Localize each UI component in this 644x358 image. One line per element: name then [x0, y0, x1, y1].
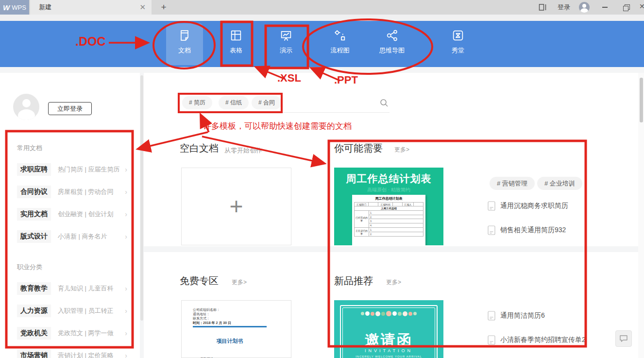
- template-list-item[interactable]: 销售相关通用简历932: [488, 225, 566, 235]
- flower-garland: [334, 311, 443, 316]
- main-scrollbar-thumb[interactable]: [640, 78, 643, 122]
- category-label: 合同协议: [17, 186, 51, 198]
- category-group-header: 常用文档: [17, 144, 42, 153]
- chevron-right-icon: ›: [125, 307, 127, 315]
- app-item-flowchart[interactable]: 流程图: [322, 23, 358, 65]
- sidebar-item-hr[interactable]: 人力资源 入职管理 | 员工转正 ›: [0, 304, 140, 318]
- minimize-button[interactable]: [598, 2, 611, 12]
- doc-file-icon: [488, 225, 495, 235]
- paper-divider: [193, 326, 267, 327]
- category-sublabel: 创业融资 | 创业计划: [58, 210, 114, 219]
- sidebar-scrollbar[interactable]: [140, 75, 143, 321]
- search-tag-letterhead[interactable]: # 信纸: [219, 96, 249, 109]
- chevron-right-icon: ›: [125, 352, 127, 358]
- tab-label: 新建: [39, 3, 51, 12]
- search-icon[interactable]: [379, 98, 389, 110]
- more-link-may-need[interactable]: 更多>: [394, 146, 409, 154]
- category-sublabel: 小清新 | 商务名片: [58, 232, 107, 241]
- template-subtitle: 高端原创 · 精致简约: [334, 187, 443, 193]
- sidebar-item-marketing[interactable]: 市场营销 营销计划 | 定价策略 ›: [0, 348, 140, 358]
- invitation-note: INCERELY WELCOME YOUR ARRIVAL: [334, 355, 443, 358]
- tab-close-icon[interactable]: ✕: [139, 3, 146, 12]
- mindmap-icon: [385, 29, 399, 42]
- app-item-label: 流程图: [331, 46, 350, 55]
- topic-tag-marketing[interactable]: # 营销管理: [490, 177, 535, 190]
- template-list-item[interactable]: 通用沉稳商务求职简历: [488, 201, 568, 211]
- section-title-may-need: 你可能需要: [334, 142, 383, 155]
- paper-group-doing: 正在进行的事 1. 2.: [354, 228, 424, 237]
- sidebar-toggle-icon[interactable]: [536, 2, 549, 12]
- search-underline: [179, 112, 390, 113]
- xiutang-icon: [451, 29, 465, 42]
- sidebar-item-contracts[interactable]: 合同协议 房屋租赁 | 劳动合同 ›: [0, 185, 140, 199]
- template-name: 通用沉稳商务求职简历: [500, 202, 568, 210]
- chevron-right-icon: ›: [125, 329, 127, 337]
- app-item-xiutang[interactable]: 秀堂: [440, 23, 476, 65]
- category-sublabel: 育儿知识 | 儿童百科: [58, 284, 114, 293]
- template-invitation-card[interactable]: 邀请函 INVITATION INCERELY WELCOME YOUR ARR…: [334, 300, 443, 358]
- template-list-item[interactable]: 小清新春季简约招聘宣传单2: [488, 335, 586, 345]
- section-title-blank: 空白文档: [180, 142, 219, 155]
- category-sublabel: 房屋租赁 | 劳动合同: [58, 188, 114, 196]
- category-label: 市场营销: [17, 349, 51, 358]
- more-link-new[interactable]: 更多>: [386, 278, 401, 287]
- sidebar-item-government[interactable]: 党政机关 党政范文 | 两学一做 ›: [0, 326, 140, 341]
- template-weekly-plan-card[interactable]: 周工作总结计划表 高端原创 · 精致简约 周工作总结计划表 汇报部门 汇报时间 …: [334, 168, 443, 245]
- template-name: 销售相关通用简历932: [500, 226, 566, 235]
- app-item-mindmap[interactable]: 思维导图: [373, 23, 410, 65]
- titlebar-gap: [0, 15, 644, 21]
- sidebar-item-job-hunting[interactable]: 求职应聘 热门简历 | 应届生简历 ›: [0, 162, 140, 177]
- paper-title: 周工作总结计划表: [354, 196, 424, 201]
- sidebar-item-education[interactable]: 教育教学 育儿知识 | 儿童百科 ›: [0, 281, 140, 296]
- titlebar-avatar[interactable]: [579, 2, 590, 13]
- app-item-label: 表格: [230, 46, 242, 55]
- template-name: 小清新春季简约招聘宣传单2: [500, 336, 586, 344]
- section-title-free: 免费专区: [180, 274, 219, 288]
- category-group-header: 职业分类: [17, 263, 42, 272]
- titlebar: W WPS 新建 ✕ + 登录 ✕: [0, 0, 644, 15]
- topic-tag-training[interactable]: # 企业培训: [537, 177, 582, 190]
- app-item-writer[interactable]: 文档: [166, 23, 203, 65]
- spreadsheet-icon: [229, 29, 243, 42]
- paper-group-done: 已经完成的事 1. 2. 3. 4.: [354, 211, 424, 228]
- more-link-free[interactable]: 更多>: [232, 278, 247, 287]
- chevron-right-icon: ›: [125, 166, 127, 173]
- login-link[interactable]: 登录: [558, 3, 570, 12]
- new-blank-document-card[interactable]: +: [181, 168, 291, 245]
- category-label: 人力资源: [17, 305, 51, 317]
- sidebar-item-practical-docs[interactable]: 实用文档 创业融资 | 创业计划 ›: [0, 207, 140, 222]
- wps-logo-text: WPS: [12, 4, 26, 11]
- sidebar-item-layout-design[interactable]: 版式设计 小清新 | 商务名片 ›: [0, 229, 140, 244]
- flowchart-icon: [333, 29, 347, 42]
- section-title-new: 新品推荐: [334, 274, 373, 288]
- template-list-item[interactable]: 通用简洁简历6: [488, 311, 545, 321]
- paper-line: 联系方式：: [193, 316, 291, 321]
- wps-logo-icon: W: [3, 3, 10, 12]
- category-sublabel: 党政范文 | 两学一做: [58, 329, 114, 338]
- category-label: 版式设计: [17, 230, 51, 243]
- template-project-plan-card[interactable]: 公司或组织名称： 通讯地址： 联系方式： 时间：2018 年 2 月 30 日 …: [181, 300, 291, 358]
- login-now-button[interactable]: 立即登录: [48, 102, 92, 115]
- doc-file-icon: [488, 311, 495, 321]
- close-window-button[interactable]: ✕: [639, 2, 644, 12]
- search-tag-contract[interactable]: # 合同: [252, 96, 282, 109]
- app-switcher-banner: 文档 表格 演示 流程图 思维导图 秀堂: [0, 21, 644, 67]
- search-tag-resume[interactable]: # 简历: [182, 96, 212, 109]
- restore-button[interactable]: [620, 2, 632, 12]
- tab-new-document[interactable]: 新建 ✕: [30, 0, 152, 15]
- new-tab-button[interactable]: +: [157, 1, 170, 14]
- paper-table: 汇报部门 汇报时间 汇报人: [354, 202, 424, 206]
- chevron-right-icon: ›: [125, 285, 127, 292]
- app-item-presentation[interactable]: 演示: [268, 23, 305, 65]
- feedback-button[interactable]: [615, 330, 632, 347]
- category-sublabel: 热门简历 | 应届生简历: [58, 165, 120, 174]
- template-paper-preview: 周工作总结计划表 汇报部门 汇报时间 汇报人 上周工作总结 已经完成的事 1. …: [352, 195, 425, 245]
- app-item-spreadsheet[interactable]: 表格: [218, 23, 254, 65]
- presentation-icon: [279, 29, 293, 42]
- app-item-label: 秀堂: [452, 46, 464, 55]
- wps-logo-tab[interactable]: W WPS: [0, 0, 29, 15]
- category-sublabel: 营销计划 | 定价策略: [58, 351, 114, 358]
- paper-line: 公司或组织名称：: [193, 307, 291, 312]
- paper-summary-row: 上周工作总结: [354, 206, 424, 211]
- plus-icon: +: [229, 195, 243, 218]
